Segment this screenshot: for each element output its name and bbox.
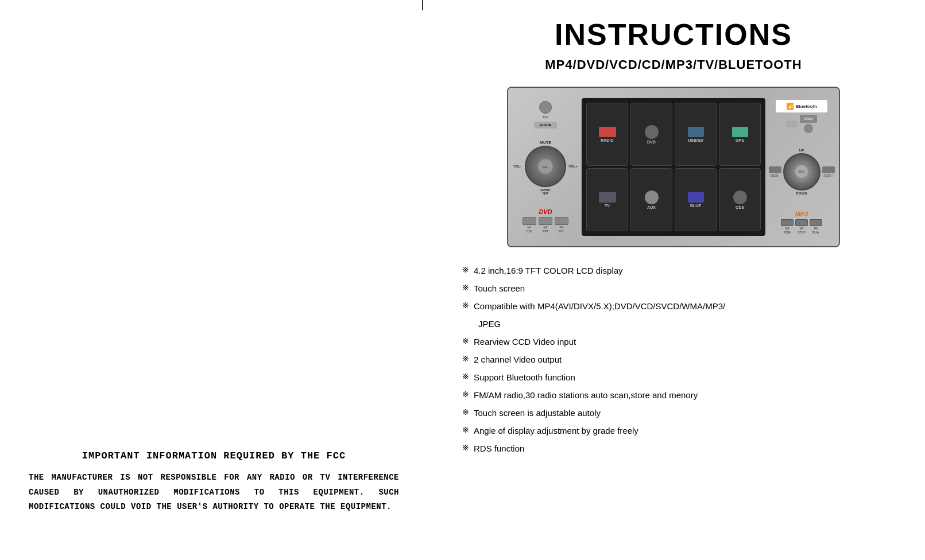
fcc-section: IMPORTANT INFORMATION REQUIRED BY THE FC… [29, 450, 399, 514]
feature-indent-3: JPEG [462, 318, 902, 330]
cds-btn[interactable]: CDS [719, 168, 761, 231]
feature-item-5: ※ 2 channel Video output [462, 353, 902, 365]
open-circle[interactable] [804, 124, 813, 133]
tv-btn[interactable]: TV [586, 168, 628, 231]
tel-label: TEL [542, 115, 548, 119]
page-container: IMPORTANT INFORMATION REQUIRED BY THE FC… [0, 0, 925, 560]
left-panel: IMPORTANT INFORMATION REQUIRED BY THE FC… [0, 0, 422, 560]
mp3-logo: MP3 [795, 211, 808, 217]
feature-item-6: ※ Support Bluetooth function [462, 371, 902, 383]
sel-label: SEL [538, 159, 553, 175]
feature-text-4: Rearview CCD Video input [474, 336, 576, 348]
sel-center[interactable]: SEL [537, 158, 554, 174]
fcc-title: IMPORTANT INFORMATION REQUIRED BY THE FC… [29, 450, 399, 461]
gps-btn[interactable]: GPS [719, 103, 761, 166]
feature-text-6: Support Bluetooth function [474, 371, 575, 383]
tel-button[interactable] [539, 101, 552, 114]
aux-in-label: AUX IN [534, 122, 557, 129]
feature-item-9: ※ Angle of display adjustment by grade f… [462, 425, 902, 437]
open-label: OPEN [804, 117, 812, 120]
source-button[interactable]: SOU [795, 165, 808, 178]
feature-text-5: 2 channel Video output [474, 353, 562, 365]
feature-item-10: ※ RDS function [462, 442, 902, 454]
vol-plus-label: VOL+ [568, 165, 578, 168]
feature-text-10: RDS function [474, 442, 524, 454]
left-btn-row: M1 OSD M2 RPT M3 INT [523, 217, 568, 233]
usb-sd-btn[interactable]: USB/SD [675, 103, 717, 166]
top-divider [422, 0, 423, 10]
feature-item-7: ※ FM/AM radio,30 radio stations auto sca… [462, 389, 902, 401]
device-screen: RADIO DVD USB/SD GPS [582, 98, 765, 236]
right-btn-row: M4 RDM M5 STOP M6 PLAY [781, 219, 822, 234]
dvd-logo: DVD [539, 208, 552, 215]
feature-text-9: Angle of display adjustment by grade fre… [474, 425, 638, 437]
device-left-controls: TEL AUX IN MUTE VOL- VOL+ SEL [514, 92, 577, 242]
dvd-btn[interactable]: DVD [630, 103, 672, 166]
bluetooth-badge: 📶 Bluetooth [776, 100, 827, 112]
mute-label: MUTE [540, 141, 551, 145]
feature-text-3: Compatible with MP4(AVI/DIVX/5.X);DVD/VC… [474, 300, 725, 312]
page-subtitle: MP4/DVD/VCD/CD/MP3/TV/BLUETOOTH [545, 57, 802, 72]
m4-button[interactable] [781, 219, 794, 226]
m1-button[interactable] [523, 217, 536, 225]
radio-preset-display [786, 120, 798, 127]
feature-item-4: ※ Rearview CCD Video input [462, 336, 902, 348]
radio-btn[interactable]: RADIO [586, 103, 628, 166]
vol-minus-label: VOL- [513, 165, 521, 168]
volume-dial[interactable]: VOL- VOL+ SEL [525, 146, 566, 187]
band-label: BANDN/P [540, 188, 550, 195]
page-title: INSTRUCTIONS [555, 17, 792, 52]
feature-item-8: ※ Touch screen is adjustable autoly [462, 407, 902, 419]
device-image: TEL AUX IN MUTE VOL- VOL+ SEL [507, 87, 840, 247]
right-panel: INSTRUCTIONS MP4/DVD/VCD/CD/MP3/TV/BLUET… [422, 0, 925, 560]
seek-right-btn[interactable] [822, 166, 835, 173]
up-label: UP [799, 149, 804, 152]
feature-text-7: FM/AM radio,30 radio stations auto scan,… [474, 389, 698, 401]
feature-text-2: Touch screen [474, 282, 525, 294]
aux-btn[interactable]: AUX [630, 168, 672, 231]
m5-button[interactable] [795, 219, 808, 226]
down-label: DOWN [796, 192, 807, 195]
tuner-dial[interactable]: SOU [783, 153, 820, 190]
seek-left-btn[interactable] [769, 166, 781, 173]
feature-item-2: ※ Touch screen [462, 282, 902, 294]
m6-button[interactable] [810, 219, 822, 226]
bluetooth-label: Bluetooth [796, 104, 817, 109]
feature-item-3: ※ Compatible with MP4(AVI/DIVX/5.X);DVD/… [462, 300, 902, 312]
feature-item-1: ※ 4.2 inch,16:9 TFT COLOR LCD display [462, 265, 902, 277]
feature-text-1: 4.2 inch,16:9 TFT COLOR LCD display [474, 265, 623, 277]
blue-btn[interactable]: BLUE [675, 168, 717, 231]
m2-button[interactable] [539, 217, 552, 225]
fcc-body: THE MANUFACTURER IS NOT RESPONSIBLE FOR … [29, 470, 399, 514]
open-button[interactable]: OPEN [800, 115, 817, 123]
feature-text-8: Touch screen is adjustable autoly [474, 407, 601, 419]
device-right-controls: 📶 Bluetooth OPEN [770, 92, 833, 242]
m3-button[interactable] [555, 217, 568, 225]
features-section: ※ 4.2 inch,16:9 TFT COLOR LCD display ※ … [445, 265, 902, 460]
